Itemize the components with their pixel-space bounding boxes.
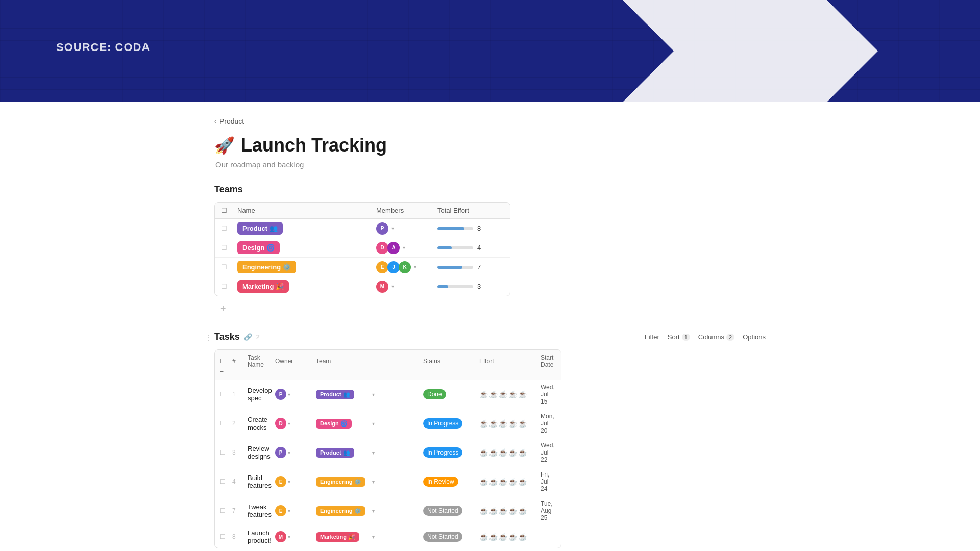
tasks-title-group: Tasks 🔗 2 — [214, 332, 260, 342]
col-effort: Effort — [479, 358, 541, 365]
team-effort-marketing: 3 — [437, 283, 504, 290]
task-status: In Review — [423, 477, 479, 487]
row-checkbox[interactable]: ☐ — [220, 391, 232, 398]
owner-dropdown-icon[interactable]: ▾ — [288, 392, 290, 397]
team-checkbox[interactable]: ☐ — [221, 224, 237, 232]
team-checkbox[interactable]: ☐ — [221, 263, 237, 271]
task-effort: ☕ ☕ ☕ ☕ ☕ — [479, 478, 541, 486]
star-icon: ☕ — [489, 419, 498, 428]
task-row: ☐ 1 Develop spec P ▾ Product 👥 ▾ Done ☕ … — [215, 380, 561, 409]
svg-marker-0 — [623, 0, 878, 102]
members-dropdown-icon[interactable]: ▾ — [391, 284, 394, 289]
effort-value: 7 — [477, 263, 481, 271]
star-icon: ☕ — [499, 448, 507, 457]
task-team-badge: Product 👥 — [316, 448, 354, 458]
task-owner: P ▾ — [275, 447, 316, 458]
columns-button[interactable]: Columns 2 — [698, 333, 734, 341]
members-dropdown-icon[interactable]: ▾ — [403, 245, 405, 251]
row-checkbox[interactable]: ☐ — [220, 420, 232, 427]
owner-dropdown-icon[interactable]: ▾ — [288, 534, 290, 540]
task-team-dropdown-icon[interactable]: ▾ — [372, 479, 423, 485]
star-icon: ☕ — [499, 533, 507, 541]
task-row: ☐ 2 Create mocks D ▾ Design 🌀 ▾ In Progr… — [215, 409, 561, 438]
sort-button[interactable]: Sort 1 — [668, 333, 690, 341]
teams-col-checkbox: ☐ — [221, 207, 237, 214]
owner-dropdown-icon[interactable]: ▾ — [288, 479, 290, 485]
task-start-date: Fri, Jul 24 — [541, 471, 556, 492]
task-start-date: Tue, Aug 25 — [541, 500, 556, 521]
task-team-dropdown-icon[interactable]: ▾ — [372, 392, 423, 397]
row-checkbox[interactable]: ☐ — [220, 449, 232, 456]
star-icon: ☕ — [489, 478, 498, 486]
star-icon: ☕ — [518, 448, 527, 457]
owner-avatar: E — [275, 505, 286, 516]
star-icon: ☕ — [518, 419, 527, 428]
star-icon: ☕ — [518, 533, 527, 541]
owner-dropdown-icon[interactable]: ▾ — [288, 450, 290, 456]
task-team: Marketing 🎉 — [316, 532, 372, 542]
star-icon: ☕ — [518, 507, 527, 515]
effort-value: 4 — [477, 244, 481, 252]
tasks-table-header: ☐ # Task Name Owner Team Status Effort S… — [215, 350, 561, 380]
team-row-product: ☐ Product 👥 P ▾ 8 — [215, 219, 510, 238]
task-owner: D ▾ — [275, 418, 316, 429]
col-checkbox: ☐ — [220, 358, 232, 365]
breadcrumb-parent-link[interactable]: Product — [219, 117, 244, 126]
filter-button[interactable]: Filter — [645, 333, 659, 341]
status-badge-in-progress: In Progress — [423, 447, 462, 458]
task-status: In Progress — [423, 418, 479, 429]
status-badge-not-started: Not Started — [423, 506, 462, 516]
star-icon: ☕ — [499, 478, 507, 486]
task-name: Create mocks — [248, 416, 275, 431]
task-team-dropdown-icon[interactable]: ▾ — [372, 421, 423, 427]
team-badge-design: Design 🌀 — [237, 241, 280, 254]
star-icon: ☕ — [499, 419, 507, 428]
team-checkbox[interactable]: ☐ — [221, 244, 237, 252]
breadcrumb-chevron-icon: ‹ — [214, 118, 216, 125]
star-icon: ☕ — [489, 390, 498, 398]
owner-dropdown-icon[interactable]: ▾ — [288, 508, 290, 514]
col-add-icon[interactable]: + — [220, 368, 232, 375]
row-checkbox[interactable]: ☐ — [220, 478, 232, 485]
columns-count-badge: 2 — [726, 334, 734, 341]
source-label: SOURCE: CODA — [56, 41, 150, 54]
members-dropdown-icon[interactable]: ▾ — [391, 226, 394, 231]
teams-section-title: Teams — [214, 184, 766, 195]
star-icon: ☕ — [479, 507, 488, 515]
teams-add-row[interactable]: + — [214, 302, 766, 316]
task-row: ☐ 7 Tweak features E ▾ Engineering ⚙️ ▾ … — [215, 496, 561, 525]
task-effort: ☕ ☕ ☕ ☕ ☕ — [479, 390, 541, 398]
owner-avatar: E — [275, 476, 286, 487]
avatar: E — [376, 261, 388, 273]
task-team-badge: Marketing 🎉 — [316, 532, 359, 542]
avatar: A — [387, 242, 400, 254]
team-members-engineering: E J K ▾ — [376, 261, 437, 273]
task-team-dropdown-icon[interactable]: ▾ — [372, 450, 423, 456]
star-icon: ☕ — [499, 507, 507, 515]
page-icon: 🚀 — [214, 136, 235, 155]
team-checkbox[interactable]: ☐ — [221, 283, 237, 290]
team-row-marketing: ☐ Marketing 🎉 M ▾ 3 — [215, 277, 510, 296]
star-icon: ☕ — [508, 390, 517, 398]
members-dropdown-icon[interactable]: ▾ — [414, 264, 416, 270]
star-icon: ☕ — [518, 478, 527, 486]
task-team-dropdown-icon[interactable]: ▾ — [372, 508, 423, 514]
col-num: # — [232, 358, 248, 365]
task-name: Launch product! — [248, 529, 275, 544]
task-team-badge: Engineering ⚙️ — [316, 506, 365, 516]
row-checkbox[interactable]: ☐ — [220, 533, 232, 540]
effort-fill — [437, 246, 452, 249]
row-checkbox[interactable]: ☐ — [220, 507, 232, 514]
team-effort-engineering: 7 — [437, 263, 504, 271]
col-status: Status — [423, 358, 479, 365]
avatar: M — [376, 281, 388, 293]
task-status: In Progress — [423, 447, 479, 458]
task-effort: ☕ ☕ ☕ ☕ ☕ — [479, 448, 541, 457]
task-team-dropdown-icon[interactable]: ▾ — [372, 534, 423, 540]
star-icon: ☕ — [489, 507, 498, 515]
star-icon: ☕ — [479, 533, 488, 541]
team-members-design: D A ▾ — [376, 242, 437, 254]
options-button[interactable]: Options — [743, 333, 766, 341]
team-badge-marketing: Marketing 🎉 — [237, 280, 289, 293]
owner-dropdown-icon[interactable]: ▾ — [288, 421, 290, 427]
